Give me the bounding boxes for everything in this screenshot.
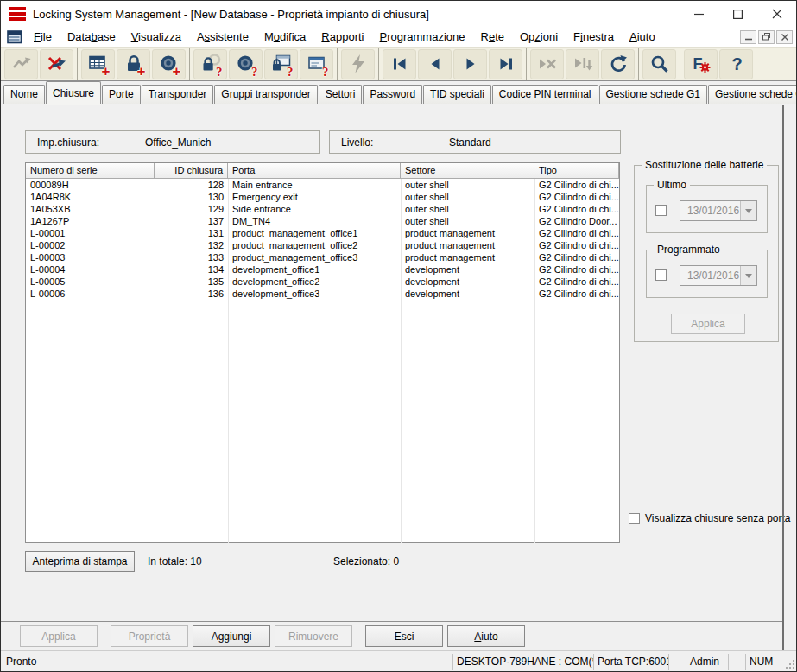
tab-porte[interactable]: Porte [102, 85, 141, 104]
dropdown-arrow-button[interactable] [740, 266, 756, 285]
cell-tipo: G2 Cilindro di chi... [534, 251, 619, 263]
read-lock-window-button[interactable]: ? [264, 49, 298, 79]
tab-gestione-schede-g2[interactable]: Gestione schede G2 [708, 85, 797, 104]
cell-id-chiusura: 135 [155, 276, 228, 288]
cell-tipo: G2 Cilindro di chi... [534, 191, 619, 203]
cell-id-chiusura: 132 [155, 239, 228, 251]
column-header-numero-di-serie[interactable]: Numero di serie [26, 163, 155, 178]
menu-visualizza[interactable]: Visualizza [123, 29, 189, 45]
new-lock-button[interactable]: + [117, 49, 150, 79]
table-row[interactable]: 000089H128Main entranceouter shellG2 Cil… [26, 179, 619, 191]
table-row[interactable]: L-00003133product_management_office3prod… [26, 251, 619, 263]
table-row[interactable]: L-00005135development_office2development… [26, 276, 619, 288]
first-record-button[interactable] [383, 49, 416, 79]
tab-nome[interactable]: Nome [3, 85, 45, 104]
new-transponder-button[interactable]: + [152, 49, 186, 79]
menu-finestra[interactable]: Finestra [566, 29, 622, 45]
menu-rapporti[interactable]: Rapporti [313, 29, 371, 45]
column-header-tipo[interactable]: Tipo [534, 163, 619, 178]
tab-tid-speciali[interactable]: TID speciali [423, 85, 491, 104]
cell-settore: outer shell [401, 215, 534, 227]
cell-tipo: G2 Cilindro Door... [534, 215, 619, 227]
menu-modifica[interactable]: Modifica [256, 29, 313, 45]
mdi-minimize-button[interactable] [740, 30, 756, 44]
table-row[interactable]: 1A1267P137DM_TN4outer shellG2 Cilindro D… [26, 215, 619, 227]
tab-chiusure[interactable]: Chiusure [46, 81, 101, 104]
column-header-settore[interactable]: Settore [401, 163, 534, 178]
read-lock-button[interactable]: ? [193, 49, 227, 79]
help-button[interactable]: ? [719, 49, 753, 79]
next-record-button[interactable] [453, 49, 487, 79]
aggiungi-button[interactable]: Aggiungi [193, 625, 270, 647]
status-num: NUM [745, 654, 782, 670]
cell-settore: outer shell [401, 191, 534, 203]
question-overlay-icon: ? [287, 66, 294, 79]
cell-tipo: G2 Cilindro di chi... [534, 239, 619, 251]
cell-porta: development_office3 [228, 288, 401, 300]
statusbar: Pronto DESKTOP-789HANE : COM(*)Porta TCP… [1, 650, 796, 672]
menu-programmazione[interactable]: Programmazione [372, 29, 473, 45]
read-window-button[interactable]: ? [300, 49, 333, 79]
last-record-button[interactable] [489, 49, 522, 79]
read-transponder-button[interactable]: ? [229, 49, 263, 79]
status-empty-cell [668, 654, 686, 670]
battery-replacement-group: Sostituzione delle batterie Ultimo 13/01… [634, 165, 779, 342]
disconnect-button[interactable] [40, 49, 73, 79]
last-replacement-checkbox[interactable] [655, 205, 667, 216]
mdi-close-button[interactable] [776, 30, 793, 44]
table-row[interactable]: L-00002132product_management_office2prod… [26, 239, 619, 251]
scheduled-replacement-checkbox[interactable] [655, 269, 667, 281]
total-count-label: In totale: 10 [148, 555, 202, 567]
print-preview-button[interactable]: Anteprima di stampa [25, 551, 135, 572]
tab-codice-pin-terminal[interactable]: Codice PIN terminal [492, 85, 598, 104]
menu-file[interactable]: File [26, 29, 60, 45]
resize-grip[interactable] [782, 654, 796, 670]
svg-text:?: ? [731, 54, 742, 73]
scheduled-replacement-date: 13/01/2016 [680, 269, 740, 282]
cancel-record-icon [536, 53, 559, 75]
last-replacement-date-select[interactable]: 13/01/2016 [680, 200, 757, 221]
toolbar-separator [638, 48, 639, 80]
search-button[interactable] [642, 49, 676, 79]
status-ready-label: Pronto [1, 656, 452, 668]
mdi-restore-button[interactable] [758, 30, 775, 44]
menu-assistente[interactable]: Assistente [189, 29, 256, 45]
dropdown-arrow-button[interactable] [740, 201, 756, 220]
table-row[interactable]: L-00006136development_office3development… [26, 288, 619, 300]
table-row[interactable]: L-00004134development_office1development… [26, 263, 619, 276]
column-header-porta[interactable]: Porta [228, 163, 401, 178]
column-header-id-chiusura[interactable]: ID chiusura [155, 163, 228, 178]
show-locks-without-door-checkbox[interactable] [629, 513, 640, 524]
menu-rete[interactable]: Rete [473, 29, 512, 45]
previous-record-button[interactable] [418, 49, 452, 79]
esci-button[interactable]: Esci [365, 625, 443, 647]
window-title: Locking System Management - [New Databas… [33, 8, 429, 21]
table-row[interactable]: L-00001131product_management_office1prod… [26, 227, 619, 239]
close-button[interactable] [757, 1, 796, 27]
tab-settori[interactable]: Settori [319, 85, 363, 104]
question-overlay-icon: ? [251, 66, 258, 79]
tab-transponder[interactable]: Transponder [142, 85, 214, 104]
cell-porta: development_office2 [228, 276, 401, 288]
cell-id-chiusura: 128 [155, 179, 228, 191]
cell-tipo: G2 Cilindro di chi... [534, 288, 619, 300]
net-sync-button [4, 49, 38, 79]
refresh-button[interactable] [601, 49, 635, 79]
table-row[interactable]: 1A04R8K130Emergency exitouter shellG2 Ci… [26, 191, 619, 203]
filter-settings-button[interactable]: F [684, 49, 718, 79]
tab-password[interactable]: Password [363, 85, 422, 104]
new-locking-plan-button[interactable]: + [81, 49, 115, 79]
maximize-button[interactable] [718, 1, 757, 27]
tab-gruppi-transponder[interactable]: Gruppi transponder [214, 85, 317, 104]
cell-porta: DM_TN4 [228, 215, 401, 227]
menu-database[interactable]: Database [60, 29, 123, 45]
menu-aiuto[interactable]: Aiuto [622, 29, 663, 45]
tab-gestione-schede-g1[interactable]: Gestione schede G1 [599, 85, 707, 104]
chevron-down-icon [745, 209, 752, 213]
minimize-button[interactable] [680, 1, 718, 27]
previous-record-icon [424, 53, 446, 75]
aiuto-button[interactable]: Aiuto [447, 625, 525, 647]
table-row[interactable]: 1A053XB129Side entranceouter shellG2 Cil… [26, 203, 619, 215]
menu-opzioni[interactable]: Opzioni [512, 29, 566, 45]
scheduled-replacement-date-select[interactable]: 13/01/2016 [680, 265, 757, 286]
